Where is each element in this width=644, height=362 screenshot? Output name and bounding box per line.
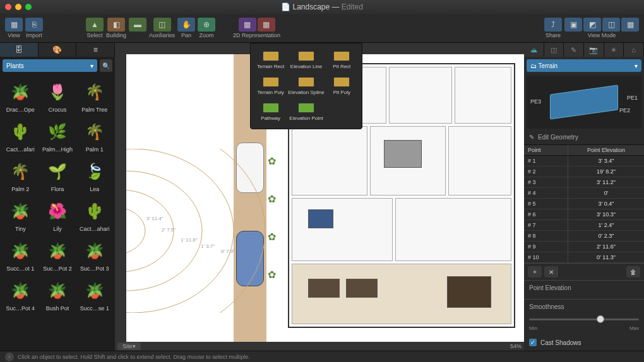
table-row[interactable]: # 92' 11.6" bbox=[524, 242, 644, 252]
inspector-tab-edit[interactable]: ✎ bbox=[564, 43, 584, 57]
library-item[interactable]: 🍃Lea bbox=[76, 156, 112, 195]
library-item-label: Lea bbox=[90, 186, 99, 192]
terrain-button[interactable]: ▬ bbox=[129, 18, 146, 32]
auxiliaries-group[interactable]: ◫ Auxiliaries bbox=[149, 18, 175, 38]
library-item-label: Lily bbox=[53, 226, 62, 232]
bush-icon[interactable]: ✿ bbox=[268, 269, 280, 281]
table-row[interactable]: # 71' 2.4" bbox=[524, 220, 644, 231]
zoom-button[interactable]: ⊕ bbox=[198, 18, 215, 32]
terrain-tool-item[interactable]: Elevation Line bbox=[288, 49, 324, 72]
terrain-tool-item[interactable]: Terrain Rect bbox=[254, 49, 287, 72]
terrain-tool-item[interactable]: Elevation Spline bbox=[288, 74, 324, 98]
terrain-tool-item[interactable]: Pathway bbox=[254, 100, 287, 124]
view-button[interactable]: ▦ bbox=[5, 18, 23, 32]
close-window-button[interactable] bbox=[5, 4, 11, 10]
add-point-button[interactable]: ＋ bbox=[528, 266, 542, 277]
table-row[interactable]: # 80' 2.3" bbox=[524, 231, 644, 242]
library-item[interactable]: 🪴Suc…Pot 3 bbox=[76, 236, 112, 274]
bush-icon[interactable]: ✿ bbox=[268, 193, 280, 206]
select-button[interactable]: ▲ bbox=[86, 18, 104, 32]
auxiliaries-button[interactable]: ◫ bbox=[153, 18, 171, 32]
library-tab-list[interactable]: ≡ bbox=[76, 43, 115, 57]
library-item[interactable]: 🪴Drac…Ope bbox=[3, 77, 39, 115]
terrain-contours[interactable] bbox=[126, 149, 265, 313]
pan-group[interactable]: ✋ Pan bbox=[177, 18, 195, 38]
table-row[interactable]: # 33' 11.2" bbox=[524, 177, 644, 188]
contour-label: 3' 11.4" bbox=[146, 216, 164, 221]
library-item[interactable]: 🪴Succ…se 1 bbox=[76, 276, 112, 314]
canvas-area[interactable]: ✿ ✿ ✿ ✿ ✿ ✿ bbox=[115, 43, 524, 351]
library-item[interactable]: 🌷Crocus bbox=[40, 77, 76, 115]
share-button[interactable]: ⤴ bbox=[544, 18, 562, 32]
library-search-button[interactable]: 🔍 bbox=[100, 59, 112, 72]
library-item[interactable]: 🪴Tiny bbox=[3, 196, 39, 235]
share-group[interactable]: ⤴ Share bbox=[544, 18, 562, 38]
table-row[interactable]: # 40' bbox=[524, 188, 644, 199]
terrain-group[interactable]: ▬ bbox=[129, 18, 146, 38]
edit-geometry-button[interactable]: ✎ Edit Geometry bbox=[524, 130, 644, 145]
library-tab-materials[interactable]: 🎨 bbox=[39, 43, 77, 57]
library-item[interactable]: 🪴Suc…Pot 2 bbox=[40, 236, 76, 274]
library-item[interactable]: 🌴Palm 2 bbox=[3, 156, 39, 195]
library-tab-objects[interactable]: 🗄 bbox=[0, 43, 39, 57]
select-group[interactable]: ▲ Select bbox=[86, 18, 104, 38]
library-item[interactable]: 🌿Palm…High bbox=[40, 117, 76, 155]
table-row[interactable]: # 63' 10.3" bbox=[524, 209, 644, 220]
library-grid[interactable]: 🪴Drac…Ope🌷Crocus🌴Palm Tree🌵Cact…afari🌿Pa… bbox=[0, 74, 115, 351]
terrain-tool-item[interactable]: Pit Poly bbox=[326, 74, 358, 98]
delete-button[interactable]: 🗑 bbox=[626, 266, 640, 277]
library-item[interactable]: 🪴Bush Pot bbox=[40, 276, 76, 314]
library-item[interactable]: 🌵Cact…afari bbox=[3, 117, 39, 155]
inspector-tab-camera[interactable]: 📷 bbox=[584, 43, 604, 57]
zoom-level[interactable]: 54% bbox=[510, 343, 522, 349]
ruler-vertical[interactable] bbox=[115, 54, 126, 342]
view-group[interactable]: ▦ View bbox=[5, 18, 23, 38]
library-item-label: Crocus bbox=[49, 107, 67, 113]
inspector-tab-light[interactable]: ☀ bbox=[604, 43, 624, 57]
library-item[interactable]: 🪴Suc…Pot 4 bbox=[3, 276, 39, 314]
building-group[interactable]: ◧ Building bbox=[106, 18, 126, 38]
smoothness-slider[interactable] bbox=[529, 314, 639, 324]
zoom-group[interactable]: ⊕ Zoom bbox=[198, 18, 215, 38]
rep-color-button[interactable]: ▦ bbox=[258, 18, 275, 32]
plant-icon: 🪴 bbox=[82, 278, 107, 303]
library-item[interactable]: 🌵Cact…ahari bbox=[76, 196, 112, 235]
inspector-tab-object[interactable]: ◫ bbox=[544, 43, 564, 57]
library-item[interactable]: 🌴Palm 1 bbox=[76, 117, 112, 155]
viewmode-split-button[interactable]: ◫ bbox=[602, 18, 620, 32]
library-item[interactable]: 🌴Palm Tree bbox=[76, 77, 112, 115]
cast-shadows-checkbox[interactable]: ✓ Cast Shadows bbox=[524, 335, 644, 350]
inspector-section-select[interactable]: 🗂 Terrain▾ bbox=[527, 59, 641, 72]
terrain-tool-item[interactable]: Elevation Point bbox=[288, 100, 324, 124]
library-item[interactable]: 🌺Lily bbox=[40, 196, 76, 235]
library-category-select[interactable]: Plants▾ bbox=[3, 59, 97, 72]
inspector-tab-terrain[interactable]: ⛰ bbox=[524, 43, 544, 57]
maximize-window-button[interactable] bbox=[25, 4, 32, 10]
terrain-tool-item[interactable]: Terrain Poly bbox=[254, 74, 287, 98]
viewmode-group[interactable]: ▣ ◩ ◫ ▦ View Mode bbox=[564, 18, 639, 38]
viewmode-3d-button[interactable]: ◩ bbox=[583, 18, 601, 32]
import-group[interactable]: ⎘ Import bbox=[25, 18, 43, 38]
terrain-tool-item[interactable]: Pit Rect bbox=[326, 49, 358, 72]
building-button[interactable]: ◧ bbox=[107, 18, 125, 32]
rep-texture-button[interactable]: ▦ bbox=[239, 18, 256, 32]
tool-icon bbox=[263, 103, 279, 113]
remove-point-button[interactable]: ✕ bbox=[544, 266, 558, 277]
table-header: Point Point Elevation bbox=[524, 145, 644, 156]
table-row[interactable]: # 100' 11.3" bbox=[524, 252, 644, 263]
bush-icon[interactable]: ✿ bbox=[268, 231, 280, 243]
pan-button[interactable]: ✋ bbox=[177, 18, 195, 32]
viewmode-2d-button[interactable]: ▣ bbox=[564, 18, 582, 32]
table-row[interactable]: # 219' 8.2" bbox=[524, 166, 644, 177]
library-item[interactable]: 🌱Flora bbox=[40, 156, 76, 195]
minimize-window-button[interactable] bbox=[15, 4, 21, 10]
import-button[interactable]: ⎘ bbox=[25, 18, 43, 32]
bush-icon[interactable]: ✿ bbox=[268, 155, 280, 168]
representation-group[interactable]: ▦ ▦ 2D Representation bbox=[233, 18, 280, 38]
library-item[interactable]: 🪴Succ…ot 1 bbox=[3, 236, 39, 274]
table-row[interactable]: # 53' 0.4" bbox=[524, 199, 644, 209]
viewmode-render-button[interactable]: ▦ bbox=[621, 18, 639, 32]
site-select[interactable]: Site ▾ bbox=[117, 342, 141, 350]
table-row[interactable]: # 13' 3.4" bbox=[524, 156, 644, 166]
inspector-tab-house[interactable]: ⌂ bbox=[624, 43, 644, 57]
